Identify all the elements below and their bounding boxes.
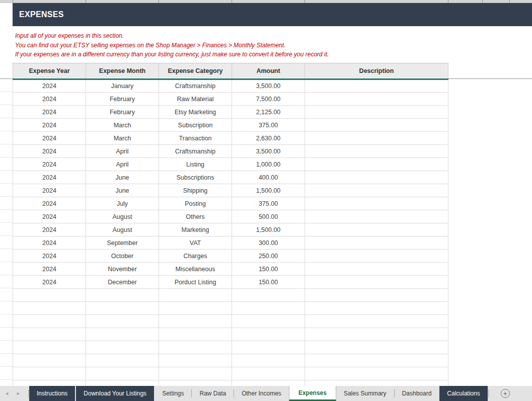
table-cell[interactable] — [159, 354, 232, 367]
table-cell[interactable] — [232, 341, 305, 354]
table-cell[interactable]: December — [86, 276, 159, 289]
table-cell[interactable]: February — [86, 93, 159, 106]
table-cell[interactable]: 150.00 — [232, 276, 305, 289]
table-cell[interactable] — [305, 354, 448, 367]
column-header-expense-month[interactable]: Expense Month — [86, 63, 159, 79]
table-cell[interactable] — [86, 328, 159, 341]
table-cell[interactable]: 3,500.00 — [232, 145, 305, 158]
column-header-amount[interactable]: Amount — [232, 63, 305, 79]
table-cell[interactable]: 2024 — [13, 184, 86, 197]
table-cell[interactable]: 2,630.00 — [232, 132, 305, 145]
table-cell[interactable] — [13, 315, 86, 328]
table-cell[interactable] — [159, 289, 232, 302]
table-cell[interactable] — [305, 315, 448, 328]
table-cell[interactable]: 2024 — [13, 106, 86, 119]
table-cell[interactable] — [305, 276, 448, 289]
table-cell[interactable] — [86, 367, 159, 380]
table-cell[interactable] — [86, 354, 159, 367]
sheet-tab-other-incomes[interactable]: Other Incomes — [234, 386, 289, 401]
table-cell[interactable] — [305, 132, 448, 145]
sheet-tab-expenses[interactable]: Expenses — [289, 386, 336, 401]
sheet-tab-instructions[interactable]: Instructions — [29, 386, 75, 401]
table-cell[interactable] — [159, 315, 232, 328]
table-cell[interactable]: Listing — [159, 158, 232, 171]
table-cell[interactable] — [305, 380, 448, 386]
table-cell[interactable]: 300.00 — [232, 236, 305, 250]
table-cell[interactable]: 2024 — [13, 250, 86, 263]
table-cell[interactable] — [305, 341, 448, 354]
table-cell[interactable]: Subscription — [159, 119, 232, 132]
table-cell[interactable] — [305, 119, 448, 132]
sheet-tab-sales-summary[interactable]: Sales Summary — [336, 386, 394, 401]
table-cell[interactable]: April — [86, 145, 159, 158]
table-cell[interactable]: 2024 — [13, 119, 86, 132]
sheet-tab-settings[interactable]: Settings — [155, 386, 191, 401]
scroll-tabs-right-icon[interactable]: ► — [16, 391, 21, 396]
table-cell[interactable] — [13, 289, 86, 302]
table-cell[interactable] — [86, 302, 159, 315]
table-cell[interactable] — [305, 158, 448, 171]
table-cell[interactable] — [232, 380, 305, 386]
table-cell[interactable]: 375.00 — [232, 197, 305, 210]
table-cell[interactable]: 2024 — [13, 145, 86, 158]
table-cell[interactable] — [13, 380, 86, 386]
table-cell[interactable]: February — [86, 106, 159, 119]
table-cell[interactable] — [232, 328, 305, 341]
table-cell[interactable]: October — [86, 250, 159, 263]
table-cell[interactable]: 250.00 — [232, 250, 305, 263]
table-cell[interactable]: 2024 — [13, 158, 86, 171]
table-cell[interactable] — [13, 328, 86, 341]
table-cell[interactable]: June — [86, 171, 159, 184]
table-cell[interactable]: August — [86, 223, 159, 236]
table-cell[interactable]: August — [86, 210, 159, 223]
table-cell[interactable]: 1,500.00 — [232, 223, 305, 236]
table-cell[interactable] — [305, 328, 448, 341]
table-cell[interactable]: Subscriptions — [159, 171, 232, 184]
table-cell[interactable]: 2024 — [13, 197, 86, 210]
table-cell[interactable]: 375.00 — [232, 119, 305, 132]
table-cell[interactable] — [159, 328, 232, 341]
table-cell[interactable]: 150.00 — [232, 263, 305, 276]
table-cell[interactable]: Transaction — [159, 132, 232, 145]
table-cell[interactable]: 2024 — [13, 79, 86, 93]
table-cell[interactable] — [305, 93, 448, 106]
table-cell[interactable]: November — [86, 263, 159, 276]
table-cell[interactable] — [13, 341, 86, 354]
table-cell[interactable]: Posting — [159, 197, 232, 210]
table-cell[interactable] — [13, 367, 86, 380]
column-header-description[interactable]: Description — [305, 63, 448, 79]
table-cell[interactable] — [232, 315, 305, 328]
scroll-tabs-left-icon[interactable]: ◄ — [5, 391, 9, 396]
table-cell[interactable] — [232, 302, 305, 315]
table-cell[interactable] — [13, 354, 86, 367]
table-cell[interactable] — [86, 315, 159, 328]
table-cell[interactable]: April — [86, 158, 159, 171]
table-cell[interactable]: 2024 — [13, 223, 86, 236]
table-cell[interactable]: 2024 — [13, 93, 86, 106]
table-cell[interactable] — [232, 289, 305, 302]
sheet-tab-raw-data[interactable]: Raw Data — [192, 386, 234, 401]
table-cell[interactable]: March — [86, 132, 159, 145]
table-cell[interactable]: 7,500.00 — [232, 93, 305, 106]
table-cell[interactable] — [305, 79, 448, 93]
table-cell[interactable]: Etsy Marketing — [159, 106, 232, 119]
table-cell[interactable]: 2,125.00 — [232, 106, 305, 119]
table-cell[interactable]: Others — [159, 210, 232, 223]
table-cell[interactable] — [305, 236, 448, 250]
table-cell[interactable]: September — [86, 236, 159, 250]
table-cell[interactable]: 2024 — [13, 210, 86, 223]
table-cell[interactable]: Porduct Listing — [159, 276, 232, 289]
table-cell[interactable]: Marketing — [159, 223, 232, 236]
table-cell[interactable]: 2024 — [13, 132, 86, 145]
table-cell[interactable] — [305, 106, 448, 119]
table-cell[interactable] — [305, 302, 448, 315]
table-cell[interactable] — [159, 380, 232, 386]
table-cell[interactable]: 500.00 — [232, 210, 305, 223]
table-cell[interactable] — [159, 367, 232, 380]
table-cell[interactable]: VAT — [159, 236, 232, 250]
table-cell[interactable]: June — [86, 184, 159, 197]
table-cell[interactable] — [305, 263, 448, 276]
table-cell[interactable]: Craftsmanship — [159, 145, 232, 158]
table-cell[interactable] — [305, 367, 448, 380]
table-cell[interactable] — [86, 289, 159, 302]
